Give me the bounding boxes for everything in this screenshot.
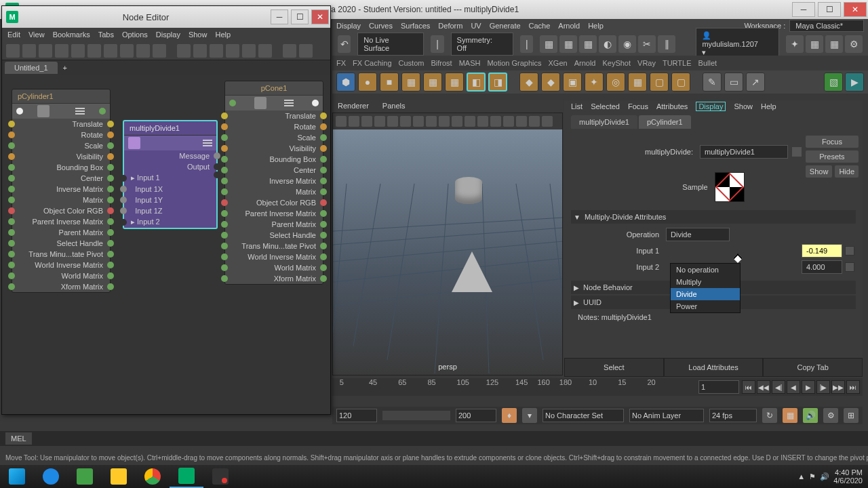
step-back-icon[interactable]: ◀◀ [757,380,770,394]
vp-icon[interactable] [400,116,411,127]
vp-icon[interactable] [503,116,514,127]
shelf-tab[interactable]: TURTLE [663,59,692,67]
ne-tool-icon[interactable] [153,44,166,58]
ae-menu-item[interactable]: Focus [628,102,648,110]
op-option-multiply[interactable]: Multiply [671,276,740,288]
vp-icon[interactable] [336,116,347,127]
node-attr[interactable]: Visibility [12,151,110,162]
shelf-icon[interactable]: ■ [380,73,399,92]
ae-menu-item[interactable]: Attributes [656,102,688,110]
workspace-selector[interactable]: Maya Classic* [789,20,864,32]
shelf-tab[interactable]: XGen [549,59,568,67]
vp-icon[interactable] [349,116,359,127]
ne-tool-icon[interactable] [22,44,36,58]
menu-generate[interactable]: Generate [490,22,521,30]
panel-panels[interactable]: Panels [382,102,406,111]
node-pcylinder[interactable]: pCylinder1 TranslateRotateScaleVisibilit… [12,89,111,293]
render-icon[interactable]: ⚙ [845,35,863,53]
menu-arnold[interactable]: Arnold [558,22,580,30]
ne-tool-icon[interactable] [258,44,272,58]
node-attr[interactable]: ▸ Input 1 [124,172,216,184]
shelf-icon[interactable]: ▦ [401,73,420,92]
node-attr[interactable]: Matrix [225,186,323,197]
node-attr[interactable]: Translate [225,110,323,121]
ne-maximize-button[interactable]: ☐ [291,9,309,24]
node-attr[interactable]: Input 1Z [124,205,216,216]
node-attr[interactable]: Parent Inverse Matrix [12,216,110,227]
vp-icon[interactable] [477,116,488,127]
panel-renderer[interactable]: Renderer [338,102,369,111]
node-attr[interactable]: Rotate [12,129,110,140]
shelf-icon[interactable]: ◆ [541,73,560,92]
rec-icon[interactable]: ▦ [783,408,797,423]
node-attr[interactable]: Object Color RGB [225,197,323,208]
vp-icon[interactable] [439,116,450,127]
ne-minimize-button[interactable]: ─ [271,9,288,24]
node-attr[interactable]: Center [12,173,110,184]
render-icon[interactable]: ✦ [786,35,804,53]
range-start-field[interactable] [336,409,377,422]
connect-icon[interactable] [845,262,854,272]
charset-selector[interactable]: No Character Set [542,409,624,422]
copy-tab-button[interactable]: Copy Tab [763,358,863,377]
viewport[interactable]: persp [332,113,563,375]
animlayer-selector[interactable]: No Anim Layer [629,409,704,422]
shelf-tab[interactable]: Bullet [698,59,717,67]
vp-icon[interactable] [452,116,462,127]
shelf-icon[interactable]: ▦ [423,73,442,92]
node-attr[interactable]: World Matrix [12,270,110,281]
shelf-tab[interactable]: FX [336,59,346,67]
node-attr[interactable]: Bounding Box [225,154,323,165]
shelf-tab[interactable]: KeyShot [602,59,631,67]
mel-label[interactable]: MEL [5,432,32,445]
ne-menu-item[interactable]: Options [122,30,148,39]
toolbar-icon[interactable]: ▦ [579,35,597,53]
vp-icon[interactable] [426,116,437,127]
node-attr[interactable]: World Matrix [225,262,323,273]
render-icon[interactable]: ▦ [825,35,843,53]
store-icon[interactable] [68,465,102,488]
viewport-canvas[interactable]: persp [333,129,562,375]
node-attr[interactable]: Parent Matrix [225,219,323,230]
close-button[interactable]: ✕ [844,2,867,17]
shelf-icon[interactable]: ▧ [824,73,843,92]
node-attr[interactable]: Inverse Matrix [12,184,110,195]
vp-icon[interactable] [490,116,501,127]
step-fwd-icon[interactable]: ▶▶ [831,380,845,394]
menu-uv[interactable]: UV [471,22,481,30]
node-attr[interactable]: Inverse Matrix [225,176,323,186]
node-attr[interactable]: Trans Minu...tate Pivot [225,241,323,251]
range-slider[interactable] [382,411,450,420]
ae-menu-item[interactable]: Display [696,102,726,111]
operation-dropdown[interactable]: Divide [666,228,730,241]
ne-tool-icon[interactable] [226,44,239,58]
tray-icon[interactable]: ▲ [797,472,805,481]
start-button[interactable] [0,465,34,488]
menu-curves[interactable]: Curves [369,22,393,30]
node-name-field[interactable]: multiplyDivide1 [700,145,788,159]
ae-tab[interactable]: multiplyDivide1 [571,115,637,129]
ne-menu-item[interactable]: Help [215,30,231,39]
ne-tool-icon[interactable] [242,44,256,58]
node-pcone[interactable]: pCone1 TranslateRotateScaleVisibilityBou… [224,81,323,285]
play-icon[interactable]: ▶ [802,380,815,394]
shelf-icon[interactable]: ▣ [563,73,582,92]
shelf-tab[interactable]: MASH [459,59,481,67]
show-button[interactable]: Show [806,165,833,178]
prev-key-icon[interactable]: ◀| [772,380,785,394]
menu-help[interactable]: Help [588,22,604,30]
toolbar-icon[interactable]: ▦ [559,35,577,53]
ne-menu-item[interactable]: Tabs [98,30,114,39]
node-attr[interactable]: Parent Matrix [12,227,110,238]
ne-tool-icon[interactable] [55,44,68,58]
symmetry-selector[interactable]: Symmetry: Off [451,33,514,56]
explorer-icon[interactable] [102,465,136,488]
record-icon[interactable] [203,465,237,488]
key-icon[interactable]: ♦ [502,408,517,423]
ne-tool-icon[interactable] [39,44,52,58]
vp-icon[interactable] [387,116,398,127]
goto-start-icon[interactable]: ⏮ [742,380,755,394]
shelf-icon[interactable]: ◆ [519,73,538,92]
shelf-tab[interactable]: FX Caching [353,59,391,67]
vp-icon[interactable] [529,116,540,127]
